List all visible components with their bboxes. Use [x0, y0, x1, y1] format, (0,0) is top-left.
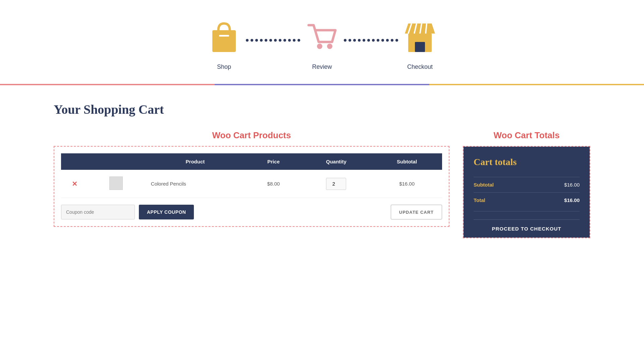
dots-1: [246, 39, 300, 52]
progress-steps: Shop Review: [0, 0, 644, 84]
subtotal-value: $16.00: [564, 182, 580, 188]
col-quantity: Quantity: [301, 153, 372, 170]
svg-rect-1: [219, 35, 229, 37]
product-thumbnail: [109, 177, 123, 190]
product-price: $8.00: [267, 181, 280, 187]
review-label: Review: [312, 63, 332, 70]
sep-purple: [215, 84, 429, 85]
total-row: Total $16.00: [474, 192, 580, 208]
svg-point-3: [327, 44, 332, 49]
quantity-cell: [301, 170, 372, 198]
step-checkout[interactable]: Checkout: [405, 20, 435, 70]
sep-gold: [429, 84, 644, 85]
product-subtotal: $16.00: [399, 181, 415, 187]
svg-point-2: [317, 44, 322, 49]
cart-table-header: Product Price Quantity Subtotal: [61, 153, 442, 170]
price-cell: $8.00: [246, 170, 301, 198]
shop-label: Shop: [217, 63, 231, 70]
cart-totals-panel: Woo Cart Totals Cart totals Subtotal $16…: [463, 130, 590, 238]
totals-inner: Cart totals Subtotal $16.00 Total $16.00…: [464, 147, 590, 238]
subtotal-label: Subtotal: [474, 182, 494, 188]
checkout-label: Checkout: [407, 63, 433, 70]
total-value: $16.00: [564, 197, 580, 203]
cart-products-panel: Woo Cart Products Product Price Quantity…: [54, 130, 449, 227]
sep-pink: [0, 84, 215, 85]
apply-coupon-button[interactable]: APPLY COUPON: [139, 205, 194, 219]
col-thumb: [88, 153, 144, 170]
subtotal-row: Subtotal $16.00: [474, 177, 580, 192]
cart-layout: Woo Cart Products Product Price Quantity…: [54, 130, 590, 238]
col-remove: [61, 153, 88, 170]
cart-actions: APPLY COUPON UPDATE CART: [61, 205, 442, 219]
cart-table: Product Price Quantity Subtotal ✕: [61, 153, 442, 198]
dots-2: [344, 39, 398, 52]
products-panel-title: Woo Cart Products: [54, 130, 449, 141]
update-cart-button[interactable]: UPDATE CART: [391, 205, 442, 219]
total-label: Total: [474, 197, 485, 203]
remove-item-button[interactable]: ✕: [72, 180, 77, 188]
totals-border: Cart totals Subtotal $16.00 Total $16.00…: [463, 146, 590, 238]
coupon-input[interactable]: [61, 205, 135, 219]
col-price: Price: [246, 153, 301, 170]
products-border: Product Price Quantity Subtotal ✕: [54, 146, 449, 227]
remove-cell: ✕: [61, 170, 88, 198]
main-content: Your Shopping Cart Woo Cart Products Pro…: [0, 85, 644, 255]
product-name: Colored Pencils: [151, 181, 186, 187]
quantity-input[interactable]: [326, 178, 346, 190]
cart-table-body: ✕ Colored Pencils $8.00: [61, 170, 442, 198]
shop-icon: [209, 20, 239, 58]
proceed-to-checkout-button[interactable]: PROCEED TO CHECKOUT: [474, 219, 580, 238]
svg-rect-0: [212, 30, 236, 52]
separator-line: [0, 84, 644, 85]
product-name-cell: Colored Pencils: [144, 170, 246, 198]
col-subtotal: Subtotal: [372, 153, 442, 170]
thumb-cell: [88, 170, 144, 198]
table-row: ✕ Colored Pencils $8.00: [61, 170, 442, 198]
checkout-icon: [405, 20, 435, 58]
review-icon: [307, 20, 337, 58]
step-review[interactable]: Review: [307, 20, 337, 70]
totals-panel-title: Woo Cart Totals: [463, 130, 590, 141]
cart-totals-title: Cart totals: [474, 157, 580, 167]
subtotal-cell: $16.00: [372, 170, 442, 198]
checkout-btn-container: PROCEED TO CHECKOUT: [474, 211, 580, 238]
svg-rect-10: [415, 42, 425, 52]
col-product: Product: [144, 153, 246, 170]
page-title: Your Shopping Cart: [54, 102, 590, 117]
step-shop[interactable]: Shop: [209, 20, 239, 70]
